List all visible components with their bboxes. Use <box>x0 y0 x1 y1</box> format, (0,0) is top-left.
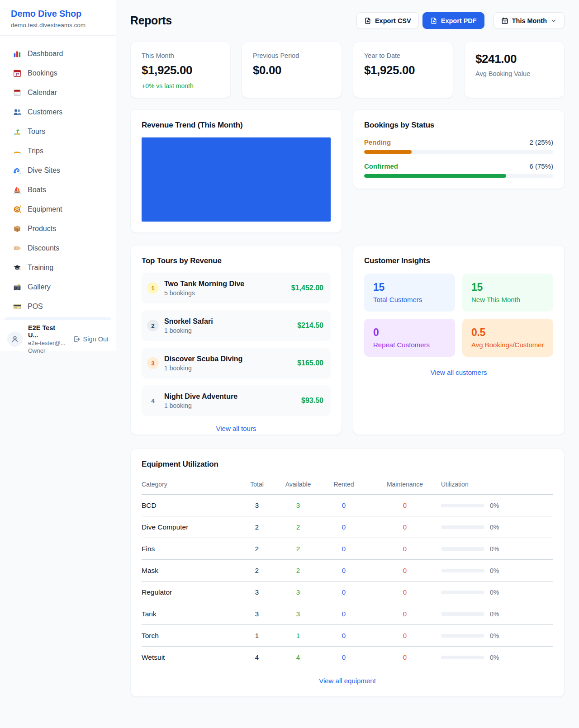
equipment-available: 2 <box>277 560 319 581</box>
tile-label: New This Month <box>471 296 544 303</box>
customer-insights-title: Customer Insights <box>364 256 553 265</box>
tour-list-item[interactable]: 4 Night Dive Adventure 1 booking $93.50 <box>142 385 331 416</box>
sign-out-icon <box>73 336 80 343</box>
equipment-total: 1 <box>237 625 277 647</box>
view-all-customers-link[interactable]: View all customers <box>364 369 553 376</box>
sidebar-item-gallery[interactable]: Gallery <box>0 277 116 297</box>
export-pdf-button[interactable]: Export PDF <box>422 12 484 29</box>
status-bar-fill <box>364 174 506 178</box>
status-label: Confirmed <box>364 162 398 170</box>
shop-domain: demo.test.divestreams.com <box>11 22 105 28</box>
sign-out-button[interactable]: Sign Out <box>73 336 109 343</box>
equipment-available: 3 <box>277 581 319 603</box>
page-title: Reports <box>130 14 172 27</box>
equipment-category: Fins <box>142 538 237 560</box>
tile-value: 15 <box>471 281 544 293</box>
sidebar-item-label: Calendar <box>28 89 57 97</box>
equipment-utilization: 0% <box>441 516 553 538</box>
equipment-utilization-card: Equipment Utilization Category Total Ava… <box>130 449 565 697</box>
tour-list-item[interactable]: 1 Two Tank Morning Dive 5 bookings $1,45… <box>142 273 331 303</box>
equipment-available: 1 <box>277 625 319 647</box>
tour-bookings: 1 booking <box>164 327 292 334</box>
sidebar-item-dive-sites[interactable]: Dive Sites <box>0 161 116 180</box>
sidebar-item-bookings[interactable]: 17 Bookings <box>0 63 116 83</box>
stat-label: Year to Date <box>364 52 442 59</box>
sidebar-item-label: Customers <box>28 108 62 116</box>
equipment-total: 4 <box>237 647 277 668</box>
tile-new-this-month: 15 New This Month <box>462 274 553 312</box>
stat-value: $1,925.00 <box>142 63 219 77</box>
equipment-maintenance: 0 <box>369 516 441 538</box>
utilization-bar-track <box>441 569 484 572</box>
sidebar-item-label: Boats <box>28 186 46 194</box>
export-csv-button[interactable]: Export CSV <box>356 12 419 29</box>
utilization-bar-track <box>441 591 484 594</box>
tile-value: 0 <box>373 326 446 339</box>
sidebar-item-calendar[interactable]: Calendar <box>0 83 116 102</box>
stat-value: $0.00 <box>253 63 331 77</box>
sidebar-header: Demo Dive Shop demo.test.divestreams.com <box>0 0 116 36</box>
tour-bookings: 1 booking <box>164 364 292 372</box>
sidebar-item-label: Products <box>28 225 56 233</box>
wave-icon <box>13 166 21 175</box>
tile-label: Repeat Customers <box>373 341 446 349</box>
column-header: Rented <box>319 477 369 495</box>
rank-badge: 4 <box>147 395 159 407</box>
revenue-trend-card: Revenue Trend (This Month) <box>130 109 342 233</box>
table-row: Torch 1 1 0 0 0% <box>142 625 553 647</box>
sidebar-item-products[interactable]: Products <box>0 219 116 238</box>
sidebar-item-trips[interactable]: Trips <box>0 141 116 161</box>
sidebar-item-equipment[interactable]: Equipment <box>0 199 116 219</box>
equipment-utilization-title: Equipment Utilization <box>142 460 553 469</box>
view-all-equipment-link[interactable]: View all equipment <box>142 677 553 685</box>
equipment-rented: 0 <box>319 625 369 647</box>
tour-amount: $165.00 <box>297 359 323 367</box>
equipment-total: 3 <box>237 581 277 603</box>
equipment-rented: 0 <box>319 647 369 668</box>
equipment-utilization: 0% <box>441 625 553 647</box>
view-all-tours-link[interactable]: View all tours <box>142 425 331 432</box>
sidebar-item-boats[interactable]: Boats <box>0 180 116 199</box>
status-bar-fill <box>364 150 412 154</box>
period-dropdown[interactable]: This Month <box>494 12 565 29</box>
equipment-total: 3 <box>237 603 277 625</box>
header-actions: Export CSV Export PDF This Month <box>356 12 565 29</box>
file-download-icon <box>430 17 437 24</box>
shop-name: Demo Dive Shop <box>11 9 105 19</box>
sidebar-item-training[interactable]: Training <box>0 258 116 277</box>
tour-list-item[interactable]: 3 Discover Scuba Diving 1 booking $165.0… <box>142 348 331 378</box>
table-row: Tank 3 3 0 0 0% <box>142 603 553 625</box>
equipment-table: Category Total Available Rented Maintena… <box>142 477 553 668</box>
tour-list-item[interactable]: 2 Snorkel Safari 1 booking $214.50 <box>142 310 331 341</box>
tour-name: Night Dive Adventure <box>164 392 296 401</box>
sidebar-item-pos[interactable]: POS <box>0 297 116 316</box>
sidebar-item-label: Tours <box>28 128 45 136</box>
equipment-category: Dive Computer <box>142 516 237 538</box>
stat-value: $1,925.00 <box>364 63 442 77</box>
status-value: 2 (25%) <box>529 138 553 146</box>
insights-row: Top Tours by Revenue 1 Two Tank Morning … <box>130 245 565 435</box>
equipment-total: 2 <box>237 516 277 538</box>
user-role: Owner <box>28 347 67 354</box>
equipment-rented: 0 <box>319 581 369 603</box>
utilization-percent: 0% <box>490 632 499 639</box>
utilization-percent: 0% <box>490 524 499 531</box>
tile-label: Total Customers <box>373 296 446 303</box>
equipment-category: BCD <box>142 495 237 516</box>
sidebar-item-tours[interactable]: Tours <box>0 122 116 141</box>
utilization-bar-track <box>441 504 484 507</box>
tour-name: Discover Scuba Diving <box>164 355 292 363</box>
page-header: Reports Export CSV Export PDF This Month <box>130 12 565 29</box>
sidebar-item-discounts[interactable]: Discounts <box>0 238 116 258</box>
sidebar-item-customers[interactable]: Customers <box>0 102 116 122</box>
equipment-utilization: 0% <box>441 560 553 581</box>
tear-off-calendar-icon <box>13 89 21 97</box>
stat-card-this-month: This Month $1,925.00 +0% vs last month <box>130 42 231 98</box>
sailboat-icon <box>13 186 21 194</box>
equipment-category: Wetsuit <box>142 647 237 668</box>
equipment-rented: 0 <box>319 516 369 538</box>
equipment-available: 2 <box>277 538 319 560</box>
sidebar-item-dashboard[interactable]: Dashboard <box>0 44 116 63</box>
tag-icon <box>13 244 21 252</box>
equipment-maintenance: 0 <box>369 538 441 560</box>
